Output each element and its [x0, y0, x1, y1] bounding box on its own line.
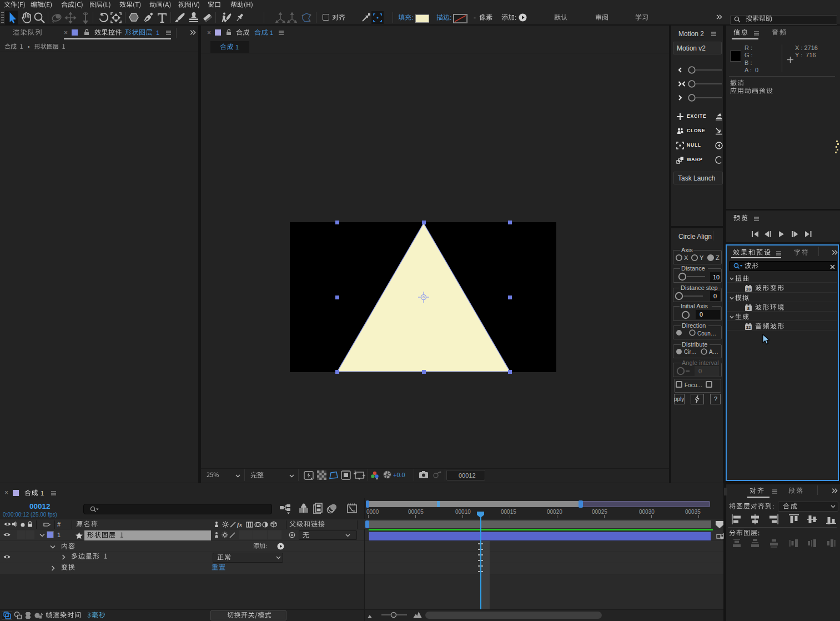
svg-text:8: 8	[747, 306, 750, 311]
svg-text:16: 16	[746, 287, 751, 292]
svg-text:32: 32	[746, 325, 751, 330]
